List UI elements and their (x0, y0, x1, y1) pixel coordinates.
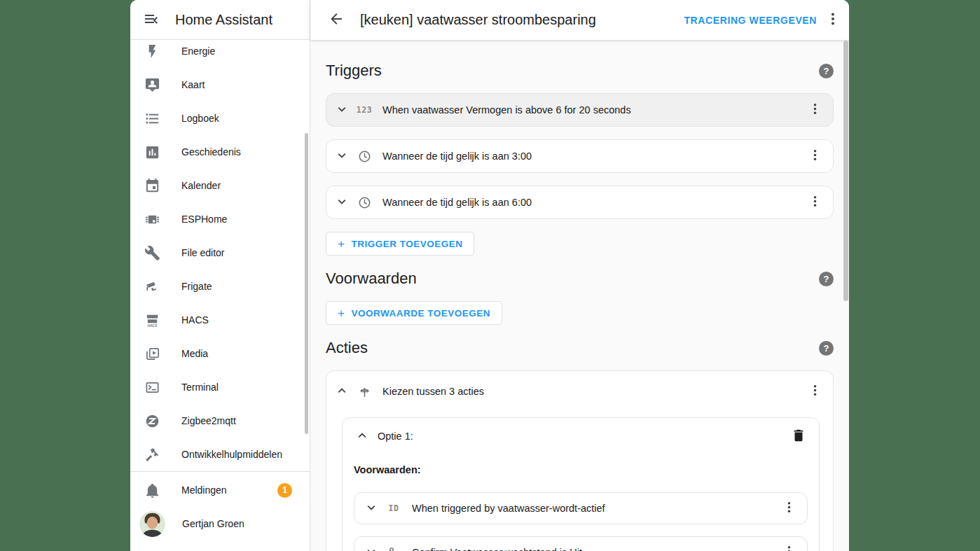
notification-badge: 1 (277, 483, 292, 498)
sidebar-item-energie[interactable]: Energie (130, 41, 310, 68)
triggers-section-header: Triggers ? (326, 62, 834, 80)
profile-name: Gertjan Groen (182, 518, 244, 529)
expand-button[interactable] (333, 102, 350, 118)
sidebar-item-zigbee2mqtt[interactable]: Zigbee2mqtt (130, 404, 310, 438)
option-label: Optie 1: (378, 431, 413, 442)
chevron-down-icon (334, 102, 350, 119)
sidebar-item-kaart[interactable]: Kaart (130, 68, 310, 102)
numeric-123-icon: 123 (356, 105, 373, 115)
tooltip-account-icon (144, 76, 160, 93)
sidebar-item-label: Geschiedenis (181, 146, 241, 158)
sidebar-nav: Energie Kaart Logboek Geschiedenis Kalen… (130, 41, 310, 470)
trigger-summary: Wanneer de tijd gelijk is aan 6:00 (382, 197, 806, 208)
automation-header: [keuken] vaatwasser stroombesparing TRAC… (310, 0, 849, 40)
sidebar-item-frigate[interactable]: Frigate (130, 270, 310, 303)
arrow-left-icon (328, 11, 345, 29)
sidebar-scrollbar[interactable] (305, 133, 308, 434)
sidebar-item-label: Energie (181, 46, 215, 57)
chevron-down-icon (364, 500, 379, 517)
sidebar-item-hacs[interactable]: HACS HACS (130, 303, 310, 337)
collapse-button[interactable] (354, 428, 371, 445)
help-icon[interactable]: ? (819, 64, 834, 78)
delete-option-button[interactable] (789, 427, 808, 445)
sidebar-item-profile[interactable]: Gertjan Groen (130, 507, 310, 540)
sidebar-item-geschiedenis[interactable]: Geschiedenis (130, 135, 310, 169)
option-conditions-label: Voorwaarden: (354, 464, 808, 475)
plus-icon: + (338, 307, 345, 319)
actions-title: Acties (326, 339, 368, 357)
overflow-menu-button[interactable] (824, 11, 842, 29)
trigger-summary: Wanneer de tijd gelijk is aan 3:00 (382, 151, 806, 162)
condition-row-triggered-by[interactable]: ID When triggered by vaatwasser-wordt-ac… (354, 492, 808, 524)
home-assistant-window: Home Assistant Energie Kaart Logboek (130, 0, 849, 551)
main-scrollbar[interactable] (843, 41, 848, 301)
sidebar-item-esphome[interactable]: ESPHome (130, 202, 310, 236)
trigger-id-icon: ID (385, 503, 402, 513)
conditions-section-header: Voorwaarden ? (326, 270, 834, 288)
trash-icon (791, 428, 806, 445)
actions-section-header: Acties ? (326, 339, 834, 357)
row-menu-button[interactable] (780, 499, 798, 517)
sidebar-item-file-editor[interactable]: File editor (130, 236, 310, 270)
row-menu-button[interactable] (780, 543, 798, 551)
add-trigger-label: TRIGGER TOEVOEGEN (351, 239, 462, 249)
add-trigger-button[interactable]: + TRIGGER TOEVOEGEN (326, 232, 474, 256)
sidebar-item-label: Logboek (181, 113, 219, 124)
triggers-title: Triggers (326, 62, 382, 80)
collapse-button[interactable] (333, 383, 350, 400)
sidebar-item-kalender[interactable]: Kalender (130, 169, 310, 202)
hammer-icon (144, 446, 160, 463)
sidebar-header: Home Assistant (130, 0, 310, 40)
row-menu-button[interactable] (806, 193, 824, 211)
menu-collapse-button[interactable] (142, 11, 160, 29)
row-menu-button[interactable] (806, 382, 824, 400)
trigger-row-numeric-state[interactable]: 123 When vaatwasser Vermogen is above 6 … (326, 93, 834, 127)
row-menu-button[interactable] (806, 101, 824, 119)
dots-vertical-icon (782, 544, 796, 551)
state-machine-icon (385, 544, 402, 551)
chart-box-icon (144, 144, 160, 160)
sidebar-item-label: HACS (181, 314, 209, 326)
trigger-row-time-3[interactable]: Wanneer de tijd gelijk is aan 3:00 (326, 139, 834, 173)
dots-vertical-icon (808, 194, 822, 211)
add-condition-button[interactable]: + VOORWAARDE TOEVOEGEN (326, 301, 502, 325)
sidebar-item-media[interactable]: Media (130, 337, 310, 370)
row-menu-button[interactable] (806, 147, 824, 165)
dots-vertical-icon (808, 383, 822, 400)
chevron-up-icon (354, 428, 370, 445)
dots-vertical-icon (808, 102, 822, 118)
show-trace-button[interactable]: TRACERING WEERGEVEN (677, 9, 824, 32)
menu-open-icon (143, 11, 160, 29)
sidebar-item-label: Frigate (181, 281, 212, 292)
sidebar-item-label: Ontwikkelhulpmiddelen (181, 449, 282, 460)
sidebar-item-label: Media (181, 348, 208, 359)
action-choose-header[interactable]: Kiezen tussen 3 acties (326, 378, 833, 405)
sidebar-item-logboek[interactable]: Logboek (130, 102, 310, 135)
chevron-down-icon (334, 194, 350, 211)
trigger-summary: When vaatwasser Vermogen is above 6 for … (382, 104, 806, 116)
wrench-icon (144, 244, 160, 261)
expand-button[interactable] (363, 500, 380, 517)
expand-button[interactable] (333, 148, 350, 165)
help-icon[interactable]: ? (819, 341, 834, 356)
play-box-multiple-icon (144, 345, 160, 362)
sidebar-item-label: Meldingen (181, 484, 227, 496)
hacs-icon-label: HACS (147, 324, 157, 328)
expand-button[interactable] (363, 544, 380, 551)
sidebar: Home Assistant Energie Kaart Logboek (130, 0, 310, 551)
calendar-icon (144, 177, 160, 194)
sidebar-item-label: Terminal (181, 382, 219, 393)
action-choose-card: Kiezen tussen 3 acties Optie 1: Voorwaar… (326, 370, 834, 551)
sidebar-item-label: File editor (181, 247, 224, 258)
sidebar-item-ontwikkelhulpmiddelen[interactable]: Ontwikkelhulpmiddelen (130, 438, 310, 470)
option-header[interactable]: Optie 1: (354, 426, 808, 446)
main-panel: [keuken] vaatwasser stroombesparing TRAC… (310, 0, 849, 551)
expand-button[interactable] (333, 194, 350, 211)
trigger-row-time-6[interactable]: Wanneer de tijd gelijk is aan 6:00 (326, 186, 834, 219)
dots-vertical-icon (782, 500, 796, 517)
condition-row-state[interactable]: Confirm Vaatwasser wachtstand is Uit (354, 536, 808, 551)
sidebar-item-meldingen[interactable]: Meldingen 1 (130, 473, 310, 507)
help-icon[interactable]: ? (819, 272, 834, 286)
back-button[interactable] (327, 11, 345, 29)
sidebar-item-terminal[interactable]: Terminal (130, 370, 310, 404)
